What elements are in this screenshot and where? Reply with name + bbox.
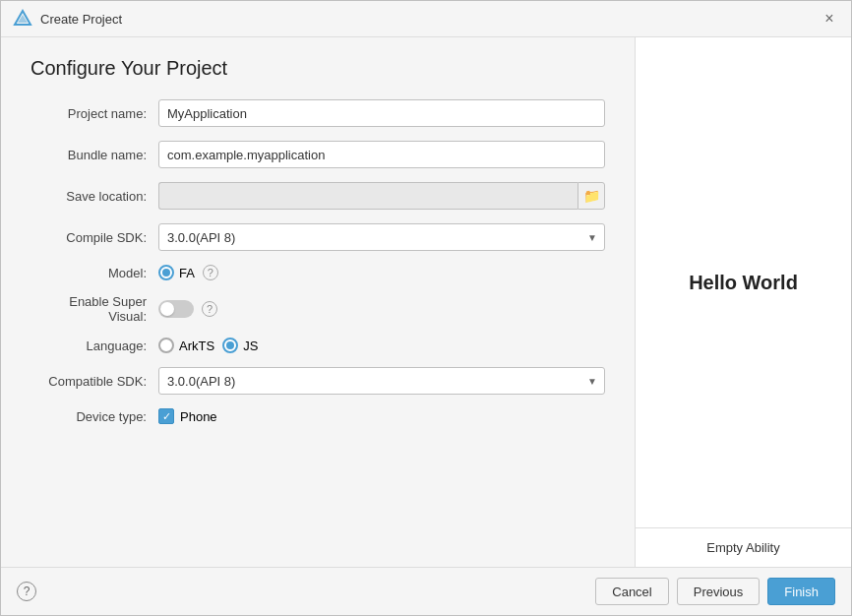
hello-world-text: Hello World — [689, 272, 798, 294]
device-type-phone-checkbox[interactable]: ✓ Phone — [158, 408, 217, 424]
footer-help-icon[interactable]: ? — [17, 582, 36, 601]
phone-checkbox-label: Phone — [180, 409, 217, 424]
compile-sdk-select-wrapper: 3.0.0(API 8) 2.0.0(API 7) ▼ — [158, 223, 605, 251]
super-visual-label: Enable Super Visual: — [30, 294, 158, 324]
compile-sdk-row: Compile SDK: 3.0.0(API 8) 2.0.0(API 7) ▼ — [30, 223, 605, 251]
model-fa-radio-dot — [158, 265, 174, 280]
super-visual-toggle[interactable] — [158, 300, 194, 318]
device-type-label: Device type: — [30, 409, 158, 424]
title-bar: Create Project × — [1, 1, 851, 37]
app-logo — [13, 9, 32, 29]
model-label: Model: — [30, 266, 158, 280]
compatible-sdk-select-wrapper: 3.0.0(API 8) 2.0.0(API 7) ▼ — [158, 367, 605, 395]
page-title: Configure Your Project — [30, 57, 605, 80]
model-fa-radio[interactable]: FA — [158, 265, 195, 280]
language-js-radio[interactable]: JS — [222, 338, 258, 353]
content-area: Configure Your Project Project name: Bun… — [1, 37, 851, 567]
model-help-icon[interactable]: ? — [203, 265, 218, 280]
save-location-input[interactable] — [158, 182, 578, 210]
browse-folder-button[interactable]: 📁 — [578, 182, 605, 210]
preview-area: Hello World — [636, 37, 851, 528]
language-label: Language: — [30, 339, 158, 353]
language-arkts-label: ArkTS — [179, 339, 214, 353]
right-panel: Hello World Empty Ability — [635, 37, 851, 567]
bundle-name-row: Bundle name: — [30, 141, 605, 168]
previous-button[interactable]: Previous — [677, 578, 761, 605]
language-radio-group: ArkTS JS — [158, 338, 258, 353]
compatible-sdk-label: Compatible SDK: — [30, 374, 158, 389]
compatible-sdk-row: Compatible SDK: 3.0.0(API 8) 2.0.0(API 7… — [30, 367, 605, 395]
language-arkts-radio-dot — [158, 338, 174, 353]
phone-checkbox-box: ✓ — [158, 408, 174, 424]
project-name-row: Project name: — [30, 99, 605, 127]
super-visual-controls: ? — [158, 300, 217, 318]
project-name-input[interactable] — [158, 99, 605, 127]
project-name-label: Project name: — [30, 106, 158, 121]
title-bar-text: Create Project — [40, 12, 820, 27]
compatible-sdk-select[interactable]: 3.0.0(API 8) 2.0.0(API 7) — [158, 367, 605, 395]
compile-sdk-select[interactable]: 3.0.0(API 8) 2.0.0(API 7) — [158, 223, 605, 251]
create-project-dialog: Create Project × Configure Your Project … — [0, 0, 852, 616]
language-arkts-radio[interactable]: ArkTS — [158, 338, 214, 353]
preview-caption: Empty Ability — [636, 528, 851, 567]
save-location-field: 📁 — [158, 182, 605, 210]
cancel-button[interactable]: Cancel — [595, 578, 668, 605]
super-visual-row: Enable Super Visual: ? — [30, 294, 605, 324]
device-type-row: Device type: ✓ Phone — [30, 408, 605, 424]
save-location-label: Save location: — [30, 189, 158, 204]
close-button[interactable]: × — [820, 9, 839, 29]
footer: ? Cancel Previous Finish — [1, 567, 851, 615]
language-row: Language: ArkTS JS — [30, 338, 605, 353]
bundle-name-input[interactable] — [158, 141, 605, 168]
model-row: Model: FA ? — [30, 265, 605, 280]
save-location-row: Save location: 📁 — [30, 182, 605, 210]
language-js-radio-dot — [222, 338, 238, 353]
finish-button[interactable]: Finish — [767, 578, 835, 605]
model-fa-label: FA — [179, 266, 195, 280]
language-js-label: JS — [243, 339, 258, 353]
left-panel: Configure Your Project Project name: Bun… — [1, 37, 635, 567]
compile-sdk-label: Compile SDK: — [30, 230, 158, 245]
super-visual-help-icon[interactable]: ? — [202, 301, 217, 317]
model-radio-group: FA ? — [158, 265, 218, 280]
folder-icon: 📁 — [583, 188, 600, 204]
bundle-name-label: Bundle name: — [30, 148, 158, 162]
